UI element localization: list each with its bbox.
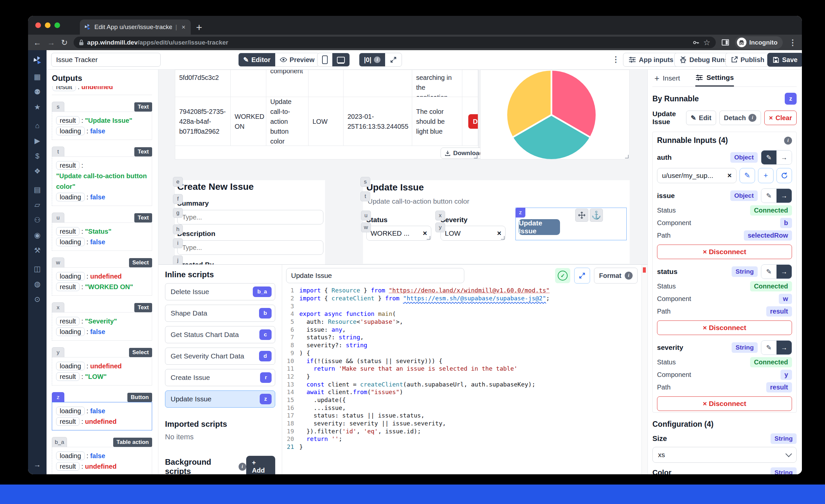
output-key-chip[interactable]: loading — [56, 193, 85, 201]
add-resource-button[interactable]: + — [758, 168, 773, 183]
component-tag-z[interactable]: z — [516, 208, 525, 218]
component-tag-f[interactable]: f — [173, 194, 183, 204]
severity-pie-chart[interactable] — [480, 70, 630, 159]
tab-settings[interactable]: Settings — [695, 74, 734, 86]
browser-menu-icon[interactable]: ⋮ — [789, 39, 797, 47]
bookmark-star-icon[interactable]: ☆ — [703, 38, 710, 47]
script-item-b[interactable]: Shape Datab — [165, 305, 275, 322]
static-mode-button[interactable]: ✎ — [761, 265, 776, 279]
static-mode-button[interactable]: ✎ — [761, 150, 776, 164]
component-tag-h[interactable]: h — [173, 224, 183, 234]
metrics-icon[interactable]: ◫ — [34, 265, 41, 273]
debug-runs-button[interactable]: Debug Runs — [674, 53, 734, 67]
tab-insert[interactable]: + Insert — [654, 74, 680, 86]
cell-created_at[interactable] — [344, 70, 412, 97]
clear-select-icon[interactable]: × — [423, 229, 427, 238]
component-tag-i[interactable]: i — [173, 238, 183, 248]
component-tag-g[interactable]: g — [173, 208, 183, 218]
anchor-icon[interactable]: ⚓ — [590, 209, 603, 222]
component-tag-j[interactable]: j — [173, 256, 183, 264]
output-key-chip[interactable]: loading — [56, 238, 85, 246]
apps-icon[interactable]: ▦ — [34, 73, 41, 80]
auth-resource-picker[interactable]: u/user/my_sup...× — [657, 168, 737, 183]
output-key-chip[interactable]: loading — [56, 451, 85, 460]
output-key-chip[interactable]: result — [56, 417, 80, 426]
variables-icon[interactable]: $ — [35, 152, 39, 160]
github-icon[interactable]: ⊙ — [34, 296, 40, 303]
discord-icon[interactable]: ◍ — [34, 281, 40, 288]
password-key-icon[interactable] — [692, 39, 700, 47]
windmill-logo[interactable] — [32, 56, 42, 65]
home-icon[interactable]: ⌂ — [35, 122, 39, 129]
clear-resource-icon[interactable]: × — [727, 171, 732, 180]
forward-icon[interactable]: → — [47, 39, 55, 47]
folders-icon[interactable]: ▱ — [34, 201, 40, 209]
new-tab-button[interactable]: + — [196, 22, 202, 33]
component-tag-y[interactable]: y — [435, 222, 445, 232]
script-item-b_a[interactable]: Delete Issueb_a — [165, 283, 275, 300]
output-key-chip[interactable]: result — [56, 161, 80, 170]
description-input[interactable] — [177, 240, 323, 255]
move-handle[interactable] — [575, 209, 588, 222]
cell-status[interactable] — [231, 70, 266, 97]
output-key-chip[interactable]: loading — [56, 272, 85, 281]
close-tab-icon[interactable]: × — [180, 23, 187, 31]
status-select[interactable]: WORKED ...× — [366, 226, 431, 240]
disconnect-button[interactable]: × Disconnect — [657, 244, 792, 259]
cell-description[interactable]: The color should be light blue — [412, 97, 462, 146]
output-key-chip[interactable]: result — [56, 372, 80, 381]
groups-icon[interactable]: ⚇ — [34, 217, 41, 224]
cell-summary[interactable]: component — [266, 70, 309, 97]
script-item-r[interactable]: Create Issuer — [165, 369, 275, 386]
toolbar-menu-icon[interactable]: ⋮ — [612, 55, 620, 64]
static-mode-button[interactable]: ✎ — [761, 341, 776, 355]
cell-created_at[interactable]: 2023-01-25T16:13:53.244055 — [344, 97, 412, 146]
connect-mode-button[interactable]: → — [776, 265, 792, 279]
component-tag-x[interactable]: x — [435, 211, 445, 220]
output-key-chip[interactable]: loading — [56, 328, 85, 336]
connect-mode-button[interactable]: → — [776, 341, 792, 355]
cell-severity[interactable] — [309, 70, 344, 97]
output-key-chip[interactable]: result — [56, 317, 80, 326]
clear-runnable-button[interactable]: ×Clear — [764, 111, 797, 125]
runs-icon[interactable]: ▶ — [34, 137, 40, 145]
component-tag-u[interactable]: u — [361, 211, 371, 220]
side-panel-icon[interactable] — [722, 39, 729, 46]
edit-resource-button[interactable]: ✎ — [740, 168, 755, 183]
output-key-chip[interactable]: result — [56, 283, 80, 291]
user-icon[interactable]: ⚉ — [34, 88, 41, 96]
preview-tab[interactable]: Preview — [275, 53, 319, 66]
format-button[interactable]: Formati — [594, 268, 638, 284]
close-window-button[interactable] — [35, 22, 41, 28]
resources-icon[interactable]: ❖ — [34, 168, 41, 175]
output-key-chip[interactable]: loading — [56, 407, 85, 415]
publish-button[interactable]: Publish — [725, 53, 770, 67]
script-name-input[interactable] — [286, 268, 464, 283]
connect-mode-button[interactable]: → — [776, 189, 792, 203]
output-id-chip[interactable]: x — [52, 302, 64, 312]
add-background-script-button[interactable]: + Add — [246, 456, 275, 474]
disconnect-button[interactable]: × Disconnect — [657, 397, 792, 411]
config-select[interactable]: xs — [653, 447, 797, 463]
disconnect-button[interactable]: × Disconnect — [657, 320, 792, 335]
output-id-chip[interactable]: y — [52, 347, 64, 357]
expand-editor-button[interactable] — [574, 268, 590, 284]
audit-logs-icon[interactable]: ◉ — [34, 232, 40, 239]
address-bar[interactable]: app.windmill.dev/apps/edit/u/user/issue-… — [74, 37, 716, 48]
script-item-z[interactable]: Update Issuez — [165, 390, 275, 408]
editor-scrollbar[interactable] — [642, 265, 648, 474]
output-key-chip[interactable]: loading — [56, 362, 85, 370]
editor-tab[interactable]: ✎ Editor — [239, 53, 275, 66]
output-id-chip[interactable]: b_a — [52, 437, 67, 447]
cell-id[interactable]: 794208f5-2735-428a-b4af-b071ff0a2962 — [175, 97, 231, 146]
app-canvas[interactable]: 5fd0f7d5c3c2componentsearching in the ap… — [158, 70, 648, 264]
output-id-chip[interactable]: z — [52, 392, 64, 402]
cell-severity[interactable]: LOW — [309, 97, 344, 146]
cell-summary[interactable]: Update call-to-action button color — [266, 97, 309, 146]
output-id-chip[interactable]: t — [52, 147, 64, 156]
cell-id[interactable]: 5fd0f7d5c3c2 — [175, 70, 231, 97]
static-mode-button[interactable]: ✎ — [761, 189, 776, 203]
code-area[interactable]: 1import { Resource } from "https://deno.… — [282, 286, 642, 474]
schedules-icon[interactable]: ▤ — [34, 186, 41, 194]
cell-description[interactable]: searching in the application — [412, 70, 462, 97]
